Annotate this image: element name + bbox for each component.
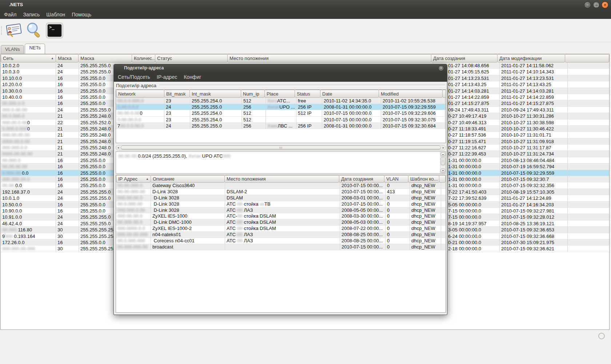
table-cell: 00.00.00.00: [1, 163, 56, 170]
table-row[interactable]: 000.000.0.00 D-Link 3028АТС-00 ЛАЗ2008-0…: [116, 207, 446, 214]
column-header[interactable]: VLAN: [384, 175, 408, 183]
column-header[interactable]: Place: [264, 90, 295, 98]
table-cell: 2010-07-15 09:32:30.684: [381, 123, 445, 129]
record-card-button[interactable]: [5, 22, 23, 39]
table-row[interactable]: 00.0.000.000 Corecess n04-cc01АТС-00 ЛАЗ…: [116, 238, 446, 244]
menu-item-3[interactable]: Помощь: [68, 12, 95, 17]
table-row[interactable]: 00.00.000.00D-Link 3028DSLAM-22010-07-15…: [116, 189, 446, 195]
column-header[interactable]: Место положения: [227, 54, 431, 62]
column-header-label: Маска: [80, 56, 94, 61]
cell-text: 0: [27, 126, 30, 132]
table-cell: [568, 202, 609, 208]
column-header-label: Количес...: [134, 56, 155, 61]
close-button[interactable]: ×: [602, 1, 608, 8]
window-titlebar[interactable]: .NETS − ×: [0, 0, 611, 10]
column-header: [442, 90, 446, 98]
horizontal-scrollbar[interactable]: ◂ ▸: [116, 145, 446, 150]
table-row[interactable]: 00.0.000.00 D-Link 3028АТС-00 стойка ххТ…: [116, 201, 446, 207]
dialog-menu-item-1[interactable]: IP-адрес: [153, 74, 180, 80]
redacted-text: 00.000.0.0: [2, 101, 24, 106]
scrollbar-thumb[interactable]: [121, 146, 441, 150]
table-row[interactable]: 700.0.0.00.024255.255.255.0256ХхехЛВС ..…: [116, 123, 446, 129]
table-cell: 0: [386, 213, 410, 219]
column-header[interactable]: Num_ip: [241, 90, 265, 98]
subnet-info-textarea[interactable]: 00.00.00.0.0/24 (255.255.255.0), Ххтэх U…: [116, 151, 446, 174]
table-row[interactable]: 000.0000.0.0ZyXEL IES-1000-2АТС-00 стойк…: [116, 226, 446, 232]
column-header[interactable]: Int_mask: [189, 90, 241, 98]
column-header[interactable]: Дата создания: [339, 175, 384, 183]
column-header[interactable]: Date: [320, 90, 379, 98]
table-cell: [441, 226, 446, 232]
dialog-body: Подсети/ip адреса NetworkBit_maskInt_mas…: [114, 82, 447, 315]
table-cell: 2011-01-27 14:10:14.343: [500, 69, 568, 75]
table-row[interactable]: 00.000.000.00broadcast2010-07-15 00:00..…: [116, 244, 446, 250]
column-header[interactable]: Дата создания: [431, 54, 498, 62]
table-row[interactable]: 000.00.00.0ZyXEL IES-1000АТС-00 стойка D…: [116, 213, 446, 219]
cell-text: 116.80: [18, 227, 32, 232]
table-cell: 2010-07-15 00:00...: [340, 201, 386, 207]
column-header[interactable]: Bit_mask: [164, 90, 190, 98]
redacted-text: 000.: [5, 234, 14, 239]
table-row[interactable]: 00.00.000.0Gateway Cisco36402010-07-15 0…: [116, 183, 446, 189]
table-cell: 255.255.254.0: [190, 110, 242, 116]
search-button[interactable]: [25, 22, 43, 39]
table-row[interactable]: 00.00.0.00023255.255.254.0512512 IP2010-…: [116, 110, 446, 116]
table-row[interactable]: 00.0.0.000.023255.255.254.0512ХхтзАТС...…: [116, 98, 446, 104]
column-header[interactable]: Маска: [56, 54, 79, 62]
scroll-up-icon[interactable]: ▲: [441, 152, 445, 157]
column-header[interactable]: Маска: [78, 54, 132, 62]
redacted-text: Ххтэт: [267, 104, 279, 110]
table-cell: 2010-08-25 13:36:19.121: [500, 221, 568, 227]
cell-text: ЛВС ...: [277, 123, 292, 129]
column-header[interactable]: Status: [295, 90, 320, 98]
menu-item-2[interactable]: Шаблон: [43, 12, 68, 17]
table-cell: dhcp_NEW: [410, 183, 441, 189]
column-header[interactable]: Количес...: [132, 54, 155, 62]
table-cell: 00.00.000.00: [116, 189, 151, 195]
table-header: Сеть▲МаскаМаскаКоличес...СтатусМесто пол…: [1, 54, 609, 62]
dialog-close-button[interactable]: ×: [438, 65, 444, 71]
table-cell: 24: [56, 221, 79, 227]
dialog-menu-item-0[interactable]: Сеть/Подсеть: [115, 74, 153, 80]
table-cell: 2008-08-25 00:00...: [340, 238, 386, 244]
column-header[interactable]: Сеть▲: [1, 54, 56, 62]
table-row[interactable]: 0.00.0.0.024255.255.255.0256ХхтэтUPO ...…: [116, 104, 446, 110]
table-row[interactable]: 00.000.00.0 D-Link DMC-1000АТС-00 стойка…: [116, 219, 446, 226]
column-header[interactable]: Статус: [155, 54, 228, 62]
redacted-text: 00.0.0.000.0: [117, 98, 144, 104]
column-header[interactable]: IP Адрес▲: [116, 175, 151, 183]
dialog-menu-item-2[interactable]: Конфиг: [180, 74, 204, 80]
menu-item-0[interactable]: Файл: [1, 12, 20, 17]
tab-nets[interactable]: NETs: [25, 44, 45, 54]
scrollbar-thumb[interactable]: [441, 157, 445, 165]
column-header[interactable]: Место положения: [224, 175, 339, 183]
column-header[interactable]: Шаблон ко...: [408, 175, 439, 183]
scroll-left-icon[interactable]: ◂: [116, 146, 120, 149]
redacted-text: 00.00.: [2, 183, 15, 188]
table-row[interactable]: 000.00.00.000n04-nateks01АТС-00 ЛАЗ2008-…: [116, 232, 446, 238]
table-cell: 413: [386, 189, 410, 195]
table-cell: 256: [242, 104, 266, 110]
table-cell: 00.000.0.0: [1, 100, 56, 106]
vertical-scrollbar[interactable]: ▲ ▼: [440, 152, 446, 173]
column-header[interactable]: Дата модификации: [497, 54, 565, 62]
table-row[interactable]: 000.00.00.0 D-Link 3028DSLAM2008-03-01 0…: [116, 195, 446, 201]
table-cell: 2010-07-15 00:00:00.0: [322, 110, 381, 116]
tab-vlans[interactable]: VLANs: [1, 45, 24, 54]
minimize-button[interactable]: −: [584, 1, 591, 8]
column-header[interactable]: Network: [116, 90, 164, 98]
table-cell: [568, 214, 609, 220]
sort-asc-icon: ▲: [146, 177, 149, 181]
scroll-down-icon[interactable]: ▼: [441, 169, 445, 173]
maximize-button[interactable]: [593, 1, 600, 8]
toolbar-grip[interactable]: [1, 26, 3, 35]
menu-item-1[interactable]: Запись: [20, 12, 43, 17]
dialog-titlebar[interactable]: Подсети/ip-адреса ×: [114, 64, 447, 72]
column-header[interactable]: Modified: [379, 90, 443, 98]
table-row[interactable]: 0.00.00.0.023255.255.254.05122010-07-15 …: [116, 117, 446, 123]
table-cell: 2010-07-15 09:32:28.012: [500, 214, 568, 220]
column-header[interactable]: Описание: [151, 175, 225, 183]
scroll-right-icon[interactable]: ▸: [441, 146, 446, 149]
terminal-button[interactable]: >_: [46, 22, 63, 39]
table-cell: 2011-01-27 14:13:43.25: [500, 81, 568, 88]
